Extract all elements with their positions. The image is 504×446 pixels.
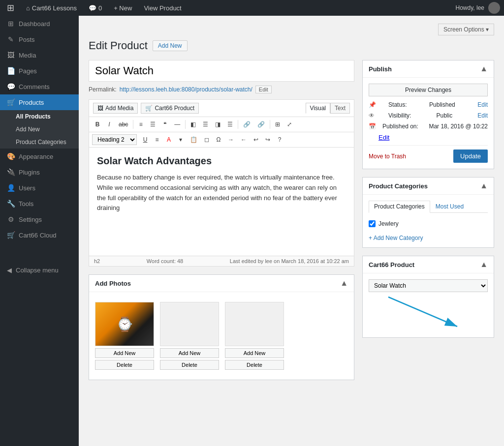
align-right-button[interactable]: ◨: [212, 119, 223, 130]
special-chars-button[interactable]: Ω: [213, 134, 224, 145]
new-content-menu[interactable]: + New: [111, 0, 135, 16]
sidebar-item-tools[interactable]: 🔧 Tools: [0, 196, 79, 211]
wp-logo-menu[interactable]: ⊞: [4, 0, 17, 16]
text-color-button[interactable]: A: [163, 134, 174, 145]
view-product-label: View Product: [144, 4, 181, 12]
sidebar-item-cart66[interactable]: 🛒 Cart66 Cloud: [0, 227, 79, 243]
numbered-list-button[interactable]: ☰: [147, 119, 158, 130]
sidebar-item-dashboard[interactable]: ⊞ Dashboard: [0, 16, 79, 31]
comments-icon: 💬: [7, 83, 15, 90]
text-color-arrow[interactable]: ▾: [175, 134, 186, 145]
align-left-2-button[interactable]: ≡: [152, 134, 162, 145]
add-photos-toggle[interactable]: ▲: [340, 279, 348, 288]
admin-bar: ⊞ ⌂ Cart66 Lessons 💬 0 + New View Produc…: [0, 0, 504, 16]
post-title-input[interactable]: [89, 60, 354, 82]
cat-tab-most-used[interactable]: Most Used: [430, 201, 469, 212]
visual-tab[interactable]: Visual: [306, 103, 330, 114]
sidebar-item-users[interactable]: 👤 Users: [0, 180, 79, 196]
sidebar-item-posts[interactable]: ✎ Posts: [0, 31, 79, 47]
published-edit-link[interactable]: Edit: [378, 134, 389, 141]
heading-select[interactable]: Heading 2 Paragraph Heading 1 Heading 3: [92, 134, 137, 145]
bold-button[interactable]: B: [92, 119, 103, 130]
blockquote-button[interactable]: ❝: [159, 119, 170, 130]
publish-toggle[interactable]: ▲: [480, 64, 488, 73]
move-to-trash-link[interactable]: Move to Trash: [369, 153, 406, 160]
new-label: + New: [114, 4, 132, 12]
add-media-button[interactable]: 🖼 Add Media: [93, 103, 138, 114]
publish-actions: Move to Trash Update: [369, 145, 488, 163]
cart66-product-header[interactable]: Cart66 Product ▲: [363, 256, 494, 273]
strikethrough-button[interactable]: abc: [116, 119, 131, 130]
view-product-link[interactable]: View Product: [141, 0, 184, 16]
submenu-item-product-categories[interactable]: Product Categories: [0, 136, 79, 149]
products-arrow: ◀: [70, 100, 74, 105]
add-new-category-link[interactable]: + Add New Category: [369, 235, 488, 241]
delete-photo-2[interactable]: Delete: [160, 360, 219, 370]
add-new-photo-3[interactable]: Add New: [225, 348, 284, 358]
submenu-item-add-new[interactable]: Add New: [0, 123, 79, 136]
category-checkbox-jewlery[interactable]: [369, 220, 376, 227]
cart66-product-button[interactable]: 🛒 Cart66 Product: [141, 103, 199, 114]
table-button[interactable]: ⊞: [272, 119, 283, 130]
screen-options-button[interactable]: Screen Options ▾: [438, 24, 494, 35]
bullet-list-button[interactable]: ≡: [135, 119, 146, 130]
categories-header[interactable]: Product Categories ▲: [363, 178, 494, 195]
delete-photo-3[interactable]: Delete: [225, 360, 284, 370]
svg-line-1: [388, 297, 457, 327]
cart66-product-select[interactable]: Solar Watch: [369, 279, 488, 292]
comments-menu[interactable]: 💬 0: [86, 0, 105, 16]
clear-format-button[interactable]: ◻: [201, 134, 212, 145]
update-button[interactable]: Update: [453, 149, 488, 163]
sidebar-item-comments[interactable]: 💬 Comments: [0, 79, 79, 94]
align-center-button[interactable]: ☰: [200, 119, 211, 130]
add-new-photo-2[interactable]: Add New: [160, 348, 219, 358]
sidebar-item-pages[interactable]: 📄 Pages: [0, 63, 79, 79]
add-new-photo-1[interactable]: Add New: [95, 348, 154, 358]
add-photos-header[interactable]: Add Photos ▲: [89, 275, 354, 292]
delete-photo-1[interactable]: Delete: [95, 360, 154, 370]
underline-button[interactable]: U: [140, 134, 151, 145]
publish-header[interactable]: Publish ▲: [363, 60, 494, 78]
visibility-edit-link[interactable]: Edit: [477, 112, 488, 119]
collapse-icon: ◀: [7, 267, 12, 274]
editor-tag: h2: [94, 258, 100, 264]
preview-changes-button[interactable]: Preview Changes: [369, 84, 488, 96]
add-new-button[interactable]: Add New: [153, 40, 188, 51]
align-left-button[interactable]: ◧: [188, 119, 199, 130]
align-justify-button[interactable]: ☰: [224, 119, 236, 130]
hr-button[interactable]: —: [171, 119, 183, 130]
fullscreen-button[interactable]: ⤢: [284, 119, 295, 130]
help-button[interactable]: ?: [274, 134, 285, 145]
published-value: Mar 18, 2016 @ 10:22: [429, 123, 488, 130]
redo-button[interactable]: ↪: [262, 134, 273, 145]
sidebar-item-plugins[interactable]: 🔌 Plugins: [0, 164, 79, 180]
undo-button[interactable]: ↩: [251, 134, 261, 145]
permalink-edit-button[interactable]: Edit: [255, 86, 272, 93]
cart66-product-toggle[interactable]: ▲: [480, 260, 488, 269]
indent-button[interactable]: →: [225, 134, 237, 145]
photos-grid: ⌚ Add New Delete Add New Delete: [95, 298, 348, 374]
permalink-link[interactable]: http://lessons.leeh.blue:8080/products/s…: [120, 86, 252, 93]
paste-text-button[interactable]: 📋: [187, 134, 200, 145]
editor-content[interactable]: Solar Watch Advantages Because no batter…: [89, 148, 354, 256]
collapse-label: Collapse menu: [16, 267, 59, 274]
sidebar-item-media[interactable]: 🖼 Media: [0, 47, 79, 63]
sidebar-item-products[interactable]: 🛒 Products ◀: [0, 94, 79, 110]
unlink-button[interactable]: 🔗: [254, 119, 268, 130]
sidebar-label-users: Users: [19, 184, 35, 192]
site-name-menu[interactable]: ⌂ Cart66 Lessons: [23, 0, 80, 16]
sidebar-item-settings[interactable]: ⚙ Settings: [0, 211, 79, 227]
submenu-item-all-products[interactable]: All Products: [0, 110, 79, 123]
calendar-icon: 📅: [369, 123, 376, 130]
cat-tab-all[interactable]: Product Categories: [369, 201, 430, 213]
outdent-button[interactable]: ←: [238, 134, 250, 145]
italic-button[interactable]: I: [104, 119, 115, 130]
add-photos-body: ⌚ Add New Delete Add New Delete: [89, 292, 354, 380]
status-edit-link[interactable]: Edit: [477, 101, 488, 108]
sidebar-collapse-menu[interactable]: ◀ Collapse menu: [0, 263, 79, 278]
text-tab[interactable]: Text: [330, 103, 350, 114]
sidebar-item-appearance[interactable]: 🎨 Appearance: [0, 149, 79, 164]
categories-toggle[interactable]: ▲: [480, 181, 488, 190]
admin-menu: ⊞ Dashboard ✎ Posts 🖼 Media 📄 Pages 💬 Co…: [0, 16, 79, 446]
link-button[interactable]: 🔗: [240, 119, 253, 130]
